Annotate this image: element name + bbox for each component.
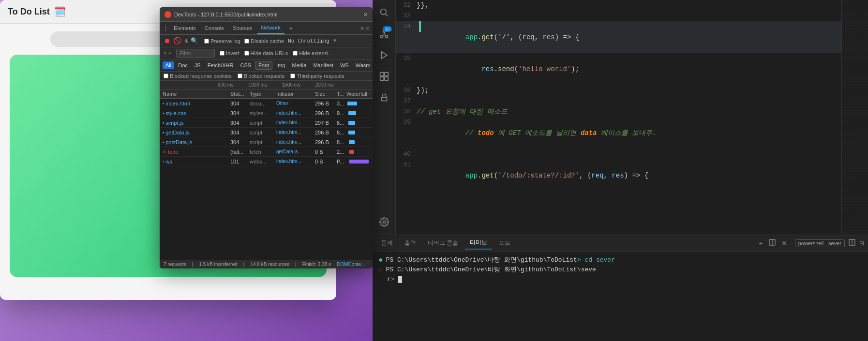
type-btn-all[interactable]: All [163, 61, 174, 69]
upload-icon[interactable]: ⬆ [164, 50, 166, 56]
type-btn-font[interactable]: Font [255, 61, 272, 70]
preserve-log-label[interactable]: Preserve log [204, 38, 240, 44]
table-row-ws[interactable]: ▪ ws 101 webs... index.htm... 0 B P... [160, 157, 373, 166]
activity-icon-extensions[interactable] [375, 68, 393, 85]
hide-ext-label[interactable]: Hide extensi... [293, 50, 333, 56]
td-type-scriptjs: script [250, 120, 276, 126]
devtools-error-close-icon[interactable]: ✕ [366, 24, 370, 32]
terminal-panel-split-icon[interactable] [849, 239, 855, 247]
record-icon[interactable]: ⏺ [164, 37, 170, 45]
search-icon[interactable]: 🔍 [191, 37, 198, 44]
th-size[interactable]: Size [315, 91, 337, 97]
activity-icon-search[interactable] [375, 4, 393, 21]
table-row[interactable]: ▪ script.js 304 script index.htm... 297 … [160, 118, 373, 128]
devtools-tab-console[interactable]: Console [201, 22, 228, 34]
activity-icon-test[interactable] [375, 89, 393, 106]
devtools-menu-icon[interactable]: ⋮ [163, 24, 169, 32]
activity-icon-source-control[interactable]: 10 [375, 25, 393, 43]
preserve-log-checkbox[interactable] [204, 39, 209, 44]
th-type[interactable]: Type [250, 91, 276, 97]
disable-cache-label[interactable]: Disable cache [244, 38, 284, 44]
type-btn-doc[interactable]: Doc [175, 61, 191, 69]
type-btn-fetchxhr[interactable]: Fetch/XHR [205, 61, 237, 69]
th-time[interactable]: T... [337, 91, 346, 97]
table-row-error[interactable]: ✕ todo (fail... fetch getData.js... 0 B … [160, 147, 373, 157]
terminal-tab-ports[interactable]: 포트 [494, 237, 515, 249]
type-btn-manifest[interactable]: Manifest [310, 61, 336, 69]
devtools-settings-icon[interactable]: ⚙ [360, 25, 364, 31]
terminal-tab-debug-console[interactable]: 디버그 콘솔 [423, 237, 463, 249]
devtools-tab-sources[interactable]: Sources [229, 22, 256, 34]
devtools-tab-network[interactable]: Network [257, 22, 284, 34]
td-size-postdatajs: 296 B [315, 139, 337, 145]
terminal-tab-terminal[interactable]: 터미널 [465, 237, 492, 250]
th-name[interactable]: Name [163, 91, 230, 97]
code-line-39: 39 // todo 에 GET 메소드를 날리면 data 베이스를 보내주. [396, 117, 868, 149]
svg-point-4 [385, 35, 388, 38]
svg-rect-12 [384, 77, 388, 81]
terminal-content[interactable]: ● PS C:\Users\ttddc\OneDrive\바탕 화면\githu… [373, 252, 868, 341]
th-status[interactable]: Stat... [230, 91, 250, 97]
blocked-requests-checkbox[interactable] [238, 74, 242, 78]
type-btn-css[interactable]: CSS [237, 61, 254, 69]
devtools-close-icon[interactable]: ✕ [364, 10, 368, 18]
terminal-tab-problems[interactable]: 문제 [376, 237, 398, 249]
svg-point-0 [380, 9, 386, 15]
td-waterfall-getdatajs [346, 129, 370, 136]
todo-app-title: To Do List [8, 7, 50, 17]
activity-icon-settings[interactable] [375, 213, 393, 231]
third-party-checkbox[interactable] [290, 74, 295, 78]
type-btn-wasm[interactable]: Wasm [353, 61, 373, 69]
devtools-filter-options: Preserve log Disable cache No throttling… [204, 38, 336, 44]
devtools-tab-more[interactable]: » [285, 22, 296, 34]
hide-ext-checkbox[interactable] [293, 51, 298, 56]
filter-icon[interactable]: ⚗ [184, 37, 188, 44]
third-party-label[interactable]: Third-party requests [290, 73, 344, 79]
disable-cache-checkbox[interactable] [244, 39, 249, 44]
td-initiator-ws: index.htm... [276, 159, 315, 164]
blocked-response-label[interactable]: Blocked response cookies [164, 73, 232, 79]
waterfall-bar-todo [349, 150, 354, 154]
clear-icon[interactable]: 🚫 [173, 37, 181, 45]
td-size-todo: 0 B [315, 149, 337, 155]
td-waterfall-ws [346, 158, 370, 165]
hide-data-label[interactable]: Hide data URLs [244, 50, 288, 56]
hide-data-checkbox[interactable] [244, 51, 249, 56]
activity-icon-run[interactable] [375, 46, 393, 64]
th-initiator[interactable]: Initiator [276, 91, 315, 97]
line-content-33 [417, 11, 864, 21]
table-row[interactable]: ▪ postData.js 304 script index.htm... 29… [160, 137, 373, 147]
file-icon-js: ▪ [163, 120, 164, 125]
table-row[interactable]: ▪ style.css 304 styles... index.htm... 2… [160, 108, 373, 118]
td-status-getdatajs: 304 [230, 130, 250, 135]
terminal-tab-output[interactable]: 출력 [400, 237, 421, 249]
type-btn-media[interactable]: Media [289, 61, 309, 69]
file-icon-js2: ▪ [163, 130, 164, 135]
terminal-split-icon[interactable] [767, 238, 778, 248]
blocked-requests-label[interactable]: Blocked requests [238, 73, 284, 79]
type-btn-ws[interactable]: WS [337, 61, 352, 69]
table-row[interactable]: ▪ getData.js 304 script index.htm... 296… [160, 128, 373, 137]
terminal-close-icon[interactable]: ✕ [779, 238, 789, 248]
td-name-scriptjs: ▪ script.js [163, 120, 230, 126]
download-icon[interactable]: ⬇ [168, 50, 171, 56]
terminal-add-icon[interactable]: + [757, 238, 765, 248]
line-num-35: 35 [400, 53, 417, 64]
th-waterfall[interactable]: Waterfall [346, 91, 370, 97]
table-row[interactable]: ▪ index.html 304 docu... Other 296 B 3..… [160, 99, 373, 108]
td-waterfall-indexhtml [346, 100, 370, 107]
terminal-maximize-icon[interactable]: ⊟ [859, 240, 864, 247]
td-type-postdatajs: script [250, 139, 276, 145]
invert-checkbox[interactable] [220, 51, 224, 56]
invert-label[interactable]: Invert [220, 50, 239, 56]
blocked-response-checkbox[interactable] [164, 74, 168, 78]
blocked-requests-text: Blocked requests [244, 73, 284, 79]
devtools-window: DevTools - 127.0.0.1:5500/public/index.h… [160, 7, 373, 268]
td-type-getdatajs: script [250, 130, 276, 135]
throttle-dropdown-icon[interactable]: ▼ [333, 38, 336, 44]
code-line-38: 38 // get 요청에 대한 메소드 [396, 106, 868, 117]
filter-input[interactable] [176, 49, 215, 58]
devtools-tab-elements[interactable]: Elements [170, 22, 200, 34]
type-btn-img[interactable]: Img [273, 61, 288, 69]
type-btn-js[interactable]: JS [192, 61, 204, 69]
